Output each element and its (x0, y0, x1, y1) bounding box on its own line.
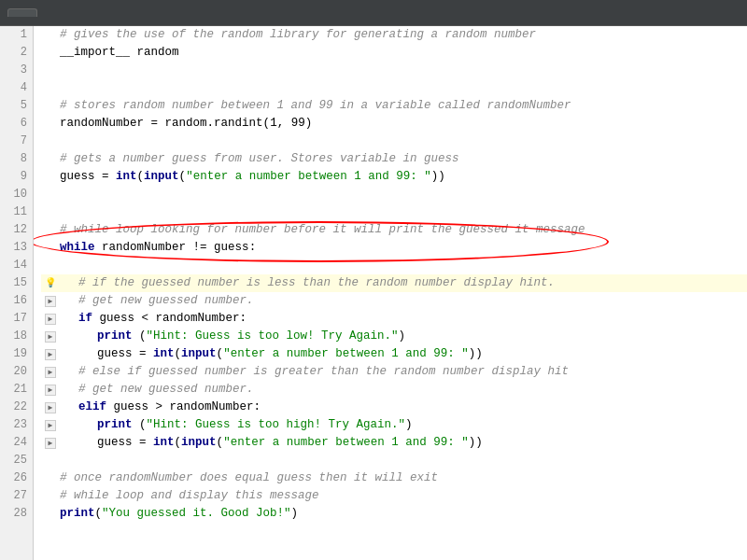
code-content: guess = int(input("enter a number betwee… (97, 434, 483, 452)
code-content: if guess < randomNumber: (78, 310, 247, 328)
collapse-icon[interactable]: ▶ (45, 331, 56, 343)
collapse-icon[interactable]: ▶ (45, 402, 56, 413)
line-number: 8 (0, 150, 33, 168)
code-line: ▶print ("Hint: Guess is too high! Try Ag… (41, 416, 747, 434)
line-number: 22 (0, 399, 33, 416)
code-line: # gives the use of the random library fo… (41, 26, 747, 44)
code-line: ▶# else if guessed number is greater tha… (41, 363, 747, 381)
code-content: # while loop looking for number before i… (60, 221, 585, 239)
code-line: ▶print ("Hint: Guess is too low! Try Aga… (41, 328, 747, 345)
line-number: 2 (0, 44, 33, 62)
collapse-icon[interactable]: ▶ (45, 314, 56, 325)
code-line: ▶guess = int(input("enter a number betwe… (41, 434, 747, 452)
line-number: 27 (0, 487, 33, 505)
code-content: # gives the use of the random library fo… (60, 26, 536, 44)
code-content: randomNumber = random.randint(1, 99) (60, 115, 312, 133)
code-content: print ("Hint: Guess is too high! Try Aga… (97, 416, 413, 434)
code-content: elif guess > randomNumber: (78, 399, 261, 416)
line-number: 11 (0, 203, 33, 221)
code-line: # once randomNumber does equal guess the… (41, 469, 747, 487)
code-content: # get new guessed number. (78, 381, 254, 399)
line-number: 28 (0, 505, 33, 523)
code-line: ▶# get new guessed number. (41, 381, 747, 399)
code-line: while randomNumber != guess: (41, 239, 747, 257)
line-number: 16 (0, 292, 33, 310)
line-number: 24 (0, 434, 33, 452)
line-number: 15 (0, 274, 33, 292)
code-content: guess = int(input("enter a number betwee… (97, 345, 483, 363)
line-number: 25 (0, 452, 33, 469)
editor-container: 1234567891011121314151617181920212223242… (0, 26, 747, 560)
code-line: ▶if guess < randomNumber: (41, 310, 747, 328)
collapse-icon[interactable]: ▶ (45, 438, 56, 449)
code-line (41, 133, 747, 150)
line-number: 10 (0, 186, 33, 203)
line-number: 20 (0, 363, 33, 381)
code-line: 💡# if the guessed number is less than th… (41, 274, 747, 292)
code-content: guess = int(input("enter a number betwee… (60, 168, 445, 186)
code-line: ▶# get new guessed number. (41, 292, 747, 310)
line-number: 26 (0, 469, 33, 487)
code-line (41, 203, 747, 221)
line-number: 17 (0, 310, 33, 328)
line-number: 4 (0, 79, 33, 97)
line-number: 5 (0, 97, 33, 115)
code-line: guess = int(input("enter a number betwee… (41, 168, 747, 186)
code-line: # while loop looking for number before i… (41, 221, 747, 239)
bulb-icon[interactable]: 💡 (45, 274, 56, 292)
code-line (41, 257, 747, 274)
line-numbers-panel: 1234567891011121314151617181920212223242… (0, 26, 34, 560)
code-line: __import__ random (41, 44, 747, 62)
code-line (41, 79, 747, 97)
title-bar (0, 0, 747, 26)
code-content: __import__ random (60, 44, 179, 62)
code-line (41, 62, 747, 79)
collapse-icon[interactable]: ▶ (45, 385, 56, 396)
line-number: 23 (0, 416, 33, 434)
code-content: print ("Hint: Guess is too low! Try Agai… (97, 328, 405, 345)
collapse-icon[interactable]: ▶ (45, 296, 56, 307)
line-number: 6 (0, 115, 33, 133)
code-line: print("You guessed it. Good Job!") (41, 505, 747, 523)
code-content: # while loop and display this message (60, 487, 319, 505)
code-content: # stores random number between 1 and 99 … (60, 97, 571, 115)
code-line: ▶elif guess > randomNumber: (41, 399, 747, 416)
line-number: 21 (0, 381, 33, 399)
code-line: # while loop and display this message (41, 487, 747, 505)
collapse-icon[interactable]: ▶ (45, 420, 56, 431)
code-content: # get new guessed number. (78, 292, 254, 310)
line-number: 7 (0, 133, 33, 150)
code-content: print("You guessed it. Good Job!") (60, 505, 298, 523)
line-number: 1 (0, 26, 33, 44)
code-panel[interactable]: # gives the use of the random library fo… (34, 26, 747, 560)
code-content: # else if guessed number is greater than… (78, 363, 569, 381)
code-content: # gets a number guess from user. Stores … (60, 150, 459, 168)
code-content: # once randomNumber does equal guess the… (60, 469, 438, 487)
collapse-icon[interactable]: ▶ (45, 349, 56, 360)
line-number: 18 (0, 328, 33, 345)
code-line: randomNumber = random.randint(1, 99) (41, 115, 747, 133)
line-number: 12 (0, 221, 33, 239)
file-tab[interactable] (7, 8, 37, 17)
code-content: # if the guessed number is less than the… (78, 274, 555, 292)
line-number: 13 (0, 239, 33, 257)
line-number: 14 (0, 257, 33, 274)
line-number: 3 (0, 62, 33, 79)
code-line (41, 452, 747, 469)
line-number: 9 (0, 168, 33, 186)
line-number: 19 (0, 345, 33, 363)
code-line (41, 186, 747, 203)
code-line: # gets a number guess from user. Stores … (41, 150, 747, 168)
code-line: ▶guess = int(input("enter a number betwe… (41, 345, 747, 363)
code-line: # stores random number between 1 and 99 … (41, 97, 747, 115)
code-content: while randomNumber != guess: (60, 239, 256, 257)
collapse-icon[interactable]: ▶ (45, 367, 56, 378)
